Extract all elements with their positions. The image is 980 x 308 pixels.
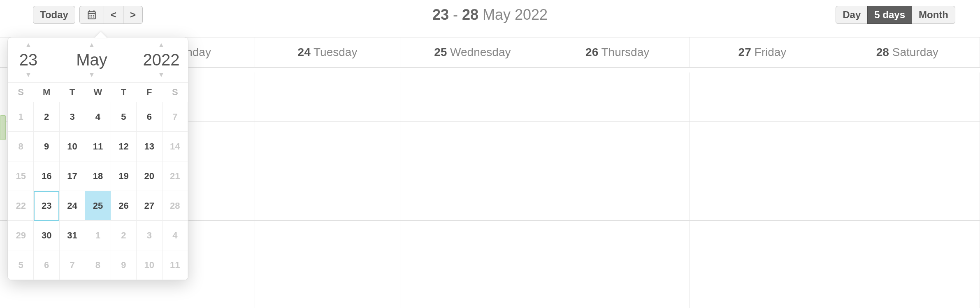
weekday-header: T [111, 83, 136, 102]
slot-cell[interactable] [255, 72, 400, 121]
datepicker-day-cell[interactable]: 11 [162, 250, 188, 280]
slot-cell[interactable] [835, 270, 980, 308]
year-down-arrow[interactable]: ▼ [135, 72, 188, 78]
toolbar: Today < > 23 - 28 May 2022 Day 5 days Mo… [0, 0, 980, 30]
datepicker-day-cell[interactable]: 10 [59, 132, 85, 161]
datepicker-day-cell[interactable]: 29 [8, 221, 34, 250]
slot-cell[interactable] [400, 270, 545, 308]
open-datepicker-button[interactable] [79, 6, 104, 24]
datepicker-day-cell[interactable]: 2 [34, 102, 59, 132]
slot-cell[interactable] [690, 221, 835, 270]
slot-cell[interactable] [255, 171, 400, 220]
slot-cell[interactable] [835, 122, 980, 171]
datepicker-day-cell[interactable]: 17 [59, 161, 85, 191]
view-day-button[interactable]: Day [836, 6, 868, 24]
view-switcher: Day 5 days Month [836, 6, 955, 24]
slot-cell[interactable] [835, 221, 980, 270]
datepicker-week-row: 1234567 [8, 102, 188, 132]
month-up-arrow[interactable]: ▲ [49, 42, 135, 48]
datepicker-day-cell[interactable]: 7 [162, 102, 188, 132]
datepicker-day-cell[interactable]: 3 [59, 102, 85, 132]
datepicker-day-cell[interactable]: 6 [137, 102, 162, 132]
today-button[interactable]: Today [33, 6, 75, 24]
nav-button-group: < > [79, 6, 143, 24]
next-button[interactable]: > [123, 6, 143, 24]
slot-cell[interactable] [835, 72, 980, 121]
datepicker-day-cell[interactable]: 22 [8, 191, 34, 221]
slot-cell[interactable] [545, 122, 690, 171]
datepicker-day-cell[interactable]: 30 [34, 221, 59, 250]
datepicker-day-cell[interactable]: 28 [162, 191, 188, 221]
weekday-header-row: S M T W T F S [8, 83, 188, 102]
slot-cell[interactable] [690, 270, 835, 308]
datepicker-day-cell[interactable]: 19 [111, 161, 136, 191]
slot-cell[interactable] [835, 171, 980, 220]
datepicker-week-row: 22232425262728 [8, 191, 188, 221]
datepicker-day-cell[interactable]: 23 [34, 191, 59, 221]
datepicker-day-cell[interactable]: 5 [8, 250, 34, 280]
datepicker-day-cell[interactable]: 9 [111, 250, 136, 280]
slot-cell[interactable] [400, 72, 545, 121]
year-spinner-value[interactable]: 2022 [135, 48, 188, 72]
slot-cell[interactable] [690, 72, 835, 121]
slot-cell[interactable] [255, 221, 400, 270]
datepicker-day-cell[interactable]: 14 [162, 132, 188, 161]
slot-cell[interactable] [545, 171, 690, 220]
datepicker-day-cell[interactable]: 24 [59, 191, 85, 221]
day-header[interactable]: 27 Friday [690, 37, 835, 67]
datepicker-day-cell[interactable]: 7 [59, 250, 85, 280]
day-header[interactable]: 28 Saturday [835, 37, 980, 67]
datepicker-day-cell[interactable]: 31 [59, 221, 85, 250]
datepicker-day-cell[interactable]: 8 [85, 250, 111, 280]
prev-button[interactable]: < [104, 6, 123, 24]
datepicker-day-cell[interactable]: 25 [85, 191, 111, 221]
datepicker-day-cell[interactable]: 3 [137, 221, 162, 250]
day-header[interactable]: 25 Wednesday [400, 37, 545, 67]
day-header[interactable]: 26 Thursday [545, 37, 690, 67]
year-up-arrow[interactable]: ▲ [135, 42, 188, 48]
day-up-arrow[interactable]: ▲ [8, 42, 49, 48]
view-month-button[interactable]: Month [912, 6, 955, 24]
slot-cell[interactable] [400, 171, 545, 220]
slot-cell[interactable] [255, 122, 400, 171]
range-month-year: May 2022 [478, 6, 548, 23]
slot-cell[interactable] [690, 122, 835, 171]
datepicker-day-cell[interactable]: 1 [85, 221, 111, 250]
day-header[interactable]: 24 Tuesday [255, 37, 400, 67]
month-spinner-value[interactable]: May [49, 48, 135, 72]
datepicker-day-cell[interactable]: 11 [85, 132, 111, 161]
slot-cell[interactable] [255, 270, 400, 308]
datepicker-day-cell[interactable]: 10 [137, 250, 162, 280]
calendar-icon [86, 9, 97, 20]
slot-cell[interactable] [690, 171, 835, 220]
day-down-arrow[interactable]: ▼ [8, 72, 49, 78]
datepicker-day-cell[interactable]: 15 [8, 161, 34, 191]
weekday-header: S [8, 83, 34, 102]
slot-cell[interactable] [545, 72, 690, 121]
datepicker-day-cell[interactable]: 5 [111, 102, 136, 132]
datepicker-day-cell[interactable]: 1 [8, 102, 34, 132]
slot-cell[interactable] [400, 122, 545, 171]
datepicker-day-cell[interactable]: 26 [111, 191, 136, 221]
slot-cell[interactable] [545, 221, 690, 270]
datepicker-day-cell[interactable]: 20 [137, 161, 162, 191]
datepicker-day-cell[interactable]: 21 [162, 161, 188, 191]
datepicker-day-cell[interactable]: 16 [34, 161, 59, 191]
datepicker-day-cell[interactable]: 4 [85, 102, 111, 132]
datepicker-day-cell[interactable]: 9 [34, 132, 59, 161]
event-sliver[interactable] [0, 115, 6, 140]
datepicker-day-cell[interactable]: 27 [137, 191, 162, 221]
datepicker-day-cell[interactable]: 4 [162, 221, 188, 250]
slot-cell[interactable] [545, 270, 690, 308]
datepicker-day-cell[interactable]: 18 [85, 161, 111, 191]
datepicker-day-cell[interactable]: 6 [34, 250, 59, 280]
month-down-arrow[interactable]: ▼ [49, 72, 135, 78]
datepicker-day-cell[interactable]: 12 [111, 132, 136, 161]
datepicker-grid: S M T W T F S 12345678910111213141516171… [8, 82, 188, 280]
datepicker-day-cell[interactable]: 8 [8, 132, 34, 161]
slot-cell[interactable] [400, 221, 545, 270]
datepicker-day-cell[interactable]: 2 [111, 221, 136, 250]
view-5days-button[interactable]: 5 days [867, 6, 912, 24]
datepicker-day-cell[interactable]: 13 [137, 132, 162, 161]
day-spinner-value[interactable]: 23 [8, 48, 49, 72]
